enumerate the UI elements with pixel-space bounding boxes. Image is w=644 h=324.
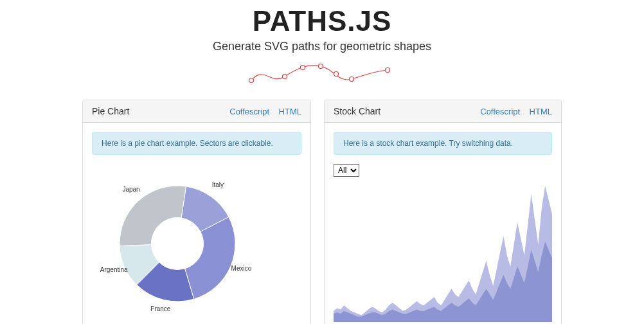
pie-alert: Here is a pie chart example. Sectors are… [92,132,301,155]
page-logo: Paths.js [0,5,644,37]
stock-chart[interactable] [334,183,552,322]
stock-series-select[interactable]: All [334,164,359,177]
pie-label-france: France [150,305,171,312]
svg-point-4 [334,72,339,76]
header-squiggle-icon [238,57,406,88]
stock-alert: Here is a stock chart example. Try switc… [334,132,552,155]
pie-slice-japan[interactable] [120,186,186,246]
stock-link-html[interactable]: HTML [530,107,552,116]
stock-link-coffeescript[interactable]: Coffescript [480,107,520,116]
pie-label-argentina: Argentina [100,266,128,273]
svg-point-3 [319,64,323,69]
svg-point-0 [249,78,254,83]
pie-label-japan: Japan [122,186,139,193]
pie-link-coffeescript[interactable]: Coffescript [229,107,269,116]
pie-panel-title: Pie Chart [92,106,129,116]
svg-point-2 [301,66,305,70]
pie-label-mexico: Mexico [231,265,252,272]
pie-label-italy: Italy [212,181,224,188]
pie-link-html[interactable]: HTML [279,107,301,116]
svg-point-1 [283,75,287,79]
svg-point-6 [386,68,390,73]
pie-chart[interactable]: ItalyMexicoFranceArgentinaJapan [94,166,300,321]
stock-panel-title: Stock Chart [334,106,380,116]
page-subtitle: Generate SVG paths for geometric shapes [0,40,644,53]
stock-panel: Stock Chart Coffescript HTML Here is a s… [324,100,562,324]
pie-slice-mexico[interactable] [185,217,235,300]
svg-point-5 [350,77,354,82]
pie-panel: Pie Chart Coffescript HTML Here is a pie… [82,100,311,324]
